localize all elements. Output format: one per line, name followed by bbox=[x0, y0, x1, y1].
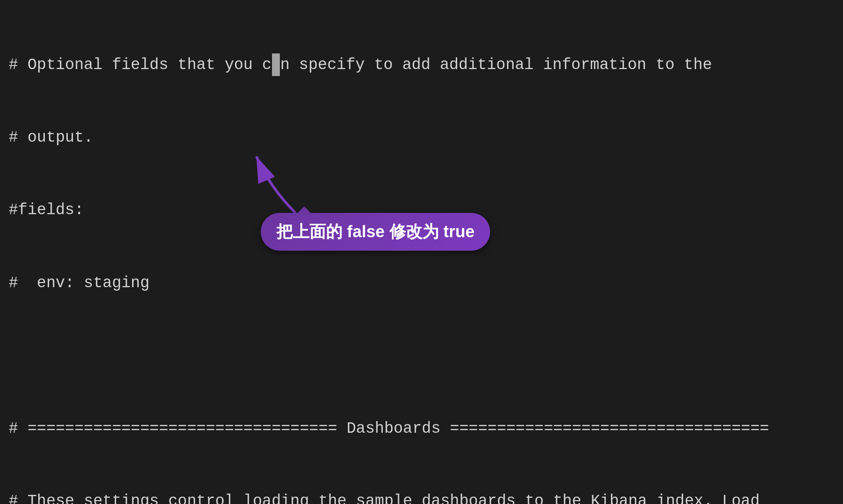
tooltip-text: 把上面的 false 修改为 true bbox=[276, 222, 475, 241]
code-area[interactable]: # Optional fields that you cn specify to… bbox=[9, 4, 834, 504]
line-1: # Optional fields that you cn specify to… bbox=[9, 53, 834, 77]
line-5 bbox=[9, 344, 834, 368]
editor-container: # Optional fields that you cn specify to… bbox=[0, 0, 843, 504]
line-7: # These settings control loading the sam… bbox=[9, 489, 834, 504]
line-6: # ================================= Dash… bbox=[9, 417, 834, 441]
tooltip-container: 把上面的 false 修改为 true bbox=[261, 213, 490, 251]
tooltip-bubble: 把上面的 false 修改为 true bbox=[261, 213, 490, 251]
line-2: # output. bbox=[9, 126, 834, 150]
line-4: # env: staging bbox=[9, 271, 834, 295]
text-cursor bbox=[272, 53, 280, 76]
